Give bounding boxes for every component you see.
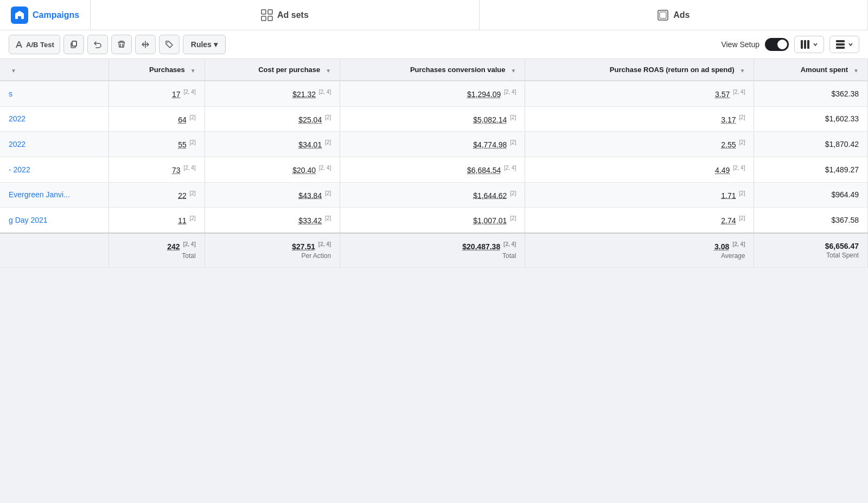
svg-rect-15 [836,47,845,49]
table-row: g Day 2021 11 [2] $33.42 [2] $1,007.01 [… [0,208,868,233]
cost-per-purchase-cell: $34.01 [2] [205,132,340,157]
table-row: Evergreen Janvi... 22 [2] $43.84 [2] $1,… [0,182,868,208]
campaign-name-cell[interactable]: 2022 [0,106,108,132]
amount-spent-cell: $1,602.33 [754,106,868,132]
col-header-purchases[interactable]: Purchases ▼ [108,59,205,81]
adsets-icon [261,9,273,21]
table-row: - 2022 73 [2, 4] $20.40 [2, 4] $6,684.54… [0,157,868,182]
col-sort-purchases[interactable]: Purchases ▼ [118,66,196,74]
top-navigation: Campaigns Ad sets Ads [0,0,868,30]
cost-per-purchase-cell: $25.04 [2] [205,106,340,132]
adsets-label: Ad sets [277,10,309,20]
ads-icon [657,9,669,21]
tag-button[interactable] [159,35,180,54]
purchases-cell: 11 [2] [108,208,205,233]
svg-rect-11 [804,40,806,49]
amount-spent-cell: $1,489.27 [754,157,868,182]
table-row: 2022 55 [2] $34.01 [2] $4,774.98 [2] 2.5… [0,132,868,157]
campaign-name-cell[interactable]: - 2022 [0,157,108,182]
campaign-name-cell[interactable]: g Day 2021 [0,208,108,233]
svg-rect-13 [836,40,845,42]
svg-rect-0 [261,10,266,14]
svg-rect-14 [836,43,845,46]
ab-test-button[interactable]: A/B Test [9,35,60,54]
amount-spent-cell: $367.58 [754,208,868,233]
col-sort-name[interactable]: ▼ [9,68,100,74]
svg-rect-3 [268,16,272,21]
amount-spent-cell: $1,870.42 [754,132,868,157]
col-header-cost-per-purchase[interactable]: Cost per purchase ▼ [205,59,340,81]
move-button[interactable] [135,35,156,54]
col-sort-amount[interactable]: Amount spent ▼ [763,66,859,74]
footer-empty-cell [0,233,108,267]
svg-point-9 [167,42,168,43]
roas-cell: 2.74 [2] [525,208,754,233]
col-header-amount-spent[interactable]: Amount spent ▼ [754,59,868,81]
adsets-nav-item[interactable]: Ad sets [91,0,479,30]
conversion-value-cell: $1,644.62 [2] [340,182,525,208]
campaigns-nav-item[interactable]: Campaigns [0,0,91,30]
toolbar: A/B Test Rules ▾ [0,30,868,59]
col-header-name[interactable]: ▼ [0,59,108,81]
cost-per-purchase-cell: $21.32 [2, 4] [205,81,340,106]
rows-dropdown-icon [848,42,853,47]
move-icon [141,40,150,49]
conversion-value-cell: $4,774.98 [2] [340,132,525,157]
table-row: 2022 64 [2] $25.04 [2] $5,082.14 [2] 3.1… [0,106,868,132]
campaign-name-cell[interactable]: Evergreen Janvi... [0,182,108,208]
delete-icon [117,40,126,49]
campaigns-label: Campaigns [33,10,79,20]
col-sort-conversion[interactable]: Purchases conversion value ▼ [349,66,516,74]
footer-amount-spent: $6,656.47 Total Spent [754,233,868,267]
roas-cell: 3.17 [2] [525,106,754,132]
roas-cell: 1.71 [2] [525,182,754,208]
view-setup-label: View Setup [721,40,760,49]
tag-icon [165,40,174,49]
rows-icon [835,40,845,49]
purchases-cell: 64 [2] [108,106,205,132]
amount-spent-cell: $362.38 [754,81,868,106]
campaign-name-cell[interactable]: 2022 [0,132,108,157]
purchases-cell: 55 [2] [108,132,205,157]
footer-purchases: 242 [2, 4] Total [108,233,205,267]
campaign-name-cell[interactable]: s [0,81,108,106]
table-row: s 17 [2, 4] $21.32 [2, 4] $1,294.09 [2, … [0,81,868,106]
conversion-value-cell: $6,684.54 [2, 4] [340,157,525,182]
undo-icon [93,40,102,49]
svg-rect-2 [261,16,266,21]
cost-per-purchase-cell: $20.40 [2, 4] [205,157,340,182]
svg-rect-5 [660,12,666,18]
col-sort-roas[interactable]: Purchase ROAS (return on ad spend) ▼ [534,66,745,74]
col-header-roas[interactable]: Purchase ROAS (return on ad spend) ▼ [525,59,754,81]
roas-cell: 4.49 [2, 4] [525,157,754,182]
col-header-conversion-value[interactable]: Purchases conversion value ▼ [340,59,525,81]
col-sort-cost[interactable]: Cost per purchase ▼ [214,66,331,74]
duplicate-button[interactable] [63,35,84,54]
svg-rect-7 [72,41,76,46]
view-setup-toggle[interactable] [765,38,789,51]
amount-spent-cell: $964.49 [754,182,868,208]
svg-rect-10 [801,40,803,49]
campaigns-table: ▼ Purchases ▼ Cost per purchase ▼ [0,59,868,268]
columns-icon [800,40,810,49]
ab-test-icon [15,40,23,49]
svg-rect-12 [807,40,809,49]
rules-button[interactable]: Rules ▾ [183,35,226,54]
conversion-value-cell: $1,294.09 [2, 4] [340,81,525,106]
purchases-cell: 73 [2, 4] [108,157,205,182]
footer-cost: $27.51 [2, 4] Per Action [205,233,340,267]
data-table-wrapper: ▼ Purchases ▼ Cost per purchase ▼ [0,59,868,268]
delete-button[interactable] [111,35,132,54]
cost-per-purchase-cell: $33.42 [2] [205,208,340,233]
columns-view-button[interactable] [794,36,824,53]
app-logo [11,7,28,24]
footer-roas: 3.08 [2, 4] Average [525,233,754,267]
svg-rect-1 [268,10,272,14]
purchases-cell: 17 [2, 4] [108,81,205,106]
cost-per-purchase-cell: $43.84 [2] [205,182,340,208]
right-toolbar: View Setup [721,36,859,53]
table-footer-row: 242 [2, 4] Total $27.51 [2, 4] Per Actio… [0,233,868,267]
rows-view-button[interactable] [829,36,859,53]
ads-nav-item[interactable]: Ads [480,0,868,30]
undo-button[interactable] [87,35,108,54]
